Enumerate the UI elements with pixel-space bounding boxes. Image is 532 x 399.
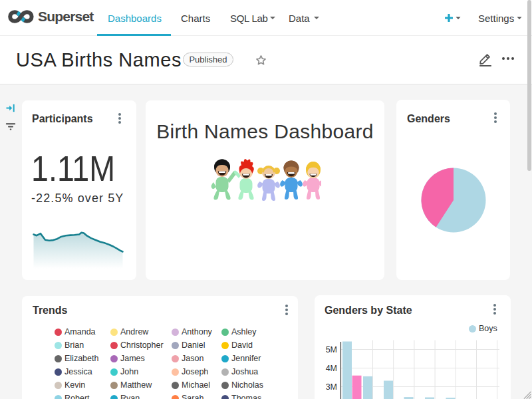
svg-text:5M: 5M <box>326 345 337 354</box>
svg-text:4M: 4M <box>326 364 337 373</box>
svg-text:3M: 3M <box>326 382 337 392</box>
